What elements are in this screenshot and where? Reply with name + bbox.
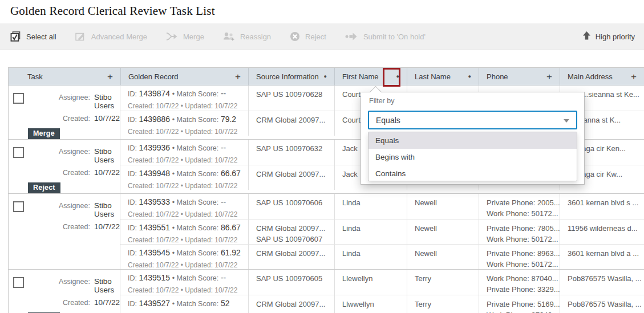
column-label: Golden Record bbox=[128, 72, 178, 81]
title-bar: Golden Record Clerical Review Task List bbox=[0, 0, 644, 23]
match-score-value: -- bbox=[221, 143, 226, 152]
filter-by-label: Filter by bbox=[369, 97, 394, 105]
record-id: 1439551 bbox=[139, 223, 171, 232]
dropdown-option-begins-with[interactable]: Begins with bbox=[368, 149, 577, 165]
golden-record-row[interactable]: ID: 1439527 • Match Score: 52Created: 10… bbox=[120, 295, 644, 313]
created-value: 10/7/22 bbox=[94, 298, 120, 307]
match-score-label: • Match Score: bbox=[172, 90, 219, 98]
column-header-main-address[interactable]: Main Address + bbox=[560, 68, 644, 85]
golden-record-row[interactable]: ID: 1439551 • Match Score: 86.67Created:… bbox=[120, 219, 644, 244]
advanced-merge-button[interactable]: Advanced Merge bbox=[75, 31, 147, 42]
golden-record-row[interactable]: ID: 1439545 • Match Score: 61.92Created:… bbox=[120, 244, 644, 269]
dropdown-option-equals[interactable]: Equals bbox=[368, 132, 577, 149]
filter-dot-icon[interactable]: ● bbox=[468, 74, 471, 79]
submit-on-hold-button[interactable]: Submit to 'On hold' bbox=[345, 31, 426, 42]
id-label: ID: bbox=[128, 274, 137, 282]
phone-line: Work Phone: 50172... bbox=[487, 234, 556, 244]
match-score-value: -- bbox=[221, 89, 226, 98]
add-column-icon[interactable]: + bbox=[107, 72, 113, 82]
first-name-cell: Llewellyn bbox=[334, 270, 407, 295]
match-score-label: • Match Score: bbox=[172, 198, 219, 206]
phone-line: Private Phone: 3329... bbox=[487, 284, 556, 295]
task-checkbox[interactable] bbox=[13, 93, 24, 104]
high-priority-icon bbox=[582, 31, 591, 42]
add-column-icon[interactable]: + bbox=[235, 72, 241, 82]
main-address-cell: Pob876575 Wasilla, ... bbox=[560, 295, 644, 313]
record-id: 1439515 bbox=[139, 273, 171, 282]
filter-operator-select[interactable]: Equals bbox=[368, 111, 577, 129]
match-score-label: • Match Score: bbox=[172, 116, 219, 124]
created-label: Created: bbox=[59, 299, 90, 307]
phone-line: Private Phone: 7805... bbox=[487, 223, 556, 234]
first-name-cell: Linda bbox=[334, 194, 407, 219]
merge-icon bbox=[166, 31, 178, 42]
main-address-cell: 3601 kernan blvd s ... bbox=[560, 194, 644, 219]
page-title: Golden Record Clerical Review Task List bbox=[10, 4, 215, 18]
source-info: SAP US 100970628 bbox=[256, 89, 331, 100]
first-name-cell: Llwwellyn bbox=[334, 295, 407, 313]
source-info: SAP US 100970606 bbox=[256, 197, 331, 208]
id-label: ID: bbox=[128, 198, 137, 206]
created-label: Created: bbox=[59, 169, 90, 177]
record-dates: Created: 10/7/22 • Updated: 10/7/22 bbox=[128, 127, 245, 136]
dropdown-option-contains[interactable]: Contains bbox=[368, 165, 577, 181]
assignee-value: Stibo Users bbox=[94, 147, 120, 164]
last-name-cell: Terry bbox=[407, 295, 479, 313]
phone-line: Work Phone: 87040... bbox=[487, 273, 556, 284]
advanced-merge-label: Advanced Merge bbox=[91, 32, 147, 41]
match-score-value: 86.67 bbox=[221, 223, 241, 232]
task-cell: Assignee:Stibo Users Created:10/7/22 Rej… bbox=[9, 140, 120, 193]
column-label: Phone bbox=[487, 72, 508, 81]
match-score-label: • Match Score: bbox=[172, 300, 219, 308]
column-header-source-information[interactable]: Source Information ● bbox=[248, 68, 334, 85]
phone-line: Private Phone: 8963... bbox=[487, 248, 556, 259]
first-name-cell: Linda bbox=[334, 219, 407, 244]
record-id: 1439874 bbox=[139, 89, 171, 98]
record-id: 1439936 bbox=[139, 143, 171, 152]
merge-label: Merge bbox=[183, 32, 204, 41]
phone-line: Private Phone: 5169... bbox=[487, 299, 556, 310]
id-label: ID: bbox=[128, 90, 137, 98]
reject-button[interactable]: Reject bbox=[290, 31, 326, 42]
column-header-last-name[interactable]: Last Name ● bbox=[407, 68, 479, 85]
source-info: CRM Global 20097... bbox=[256, 169, 331, 180]
golden-record-row[interactable]: ID: 1439533 • Match Score: --Created: 10… bbox=[120, 194, 644, 219]
column-label: Source Information bbox=[256, 72, 319, 81]
column-label: First Name bbox=[342, 72, 379, 81]
high-priority-button[interactable]: High priority bbox=[582, 31, 635, 42]
select-all-button[interactable]: Select all bbox=[10, 31, 56, 42]
task-group: Assignee:Stibo Users Created:10/7/22 ID:… bbox=[9, 194, 644, 270]
column-header-first-name[interactable]: First Name ● bbox=[334, 68, 407, 85]
filter-dot-icon-first-name[interactable]: ● bbox=[396, 74, 399, 79]
column-header-task[interactable]: Task + bbox=[9, 68, 120, 85]
record-id: 1439948 bbox=[139, 169, 171, 178]
record-dates: Created: 10/7/22 • Updated: 10/7/22 bbox=[128, 235, 245, 244]
task-checkbox[interactable] bbox=[13, 201, 24, 212]
created-value: 10/7/22 bbox=[94, 168, 120, 177]
task-checkbox[interactable] bbox=[13, 277, 24, 288]
column-header-golden-record[interactable]: Golden Record + bbox=[120, 68, 248, 85]
record-id: 1439545 bbox=[139, 248, 171, 257]
column-header-phone[interactable]: Phone + bbox=[479, 68, 560, 85]
record-id: 1439527 bbox=[139, 299, 171, 308]
submit-on-hold-label: Submit to 'On hold' bbox=[363, 32, 426, 41]
match-score-label: • Match Score: bbox=[172, 274, 219, 282]
phone-line: Work Phone: 50172... bbox=[487, 208, 556, 219]
task-checkbox[interactable] bbox=[13, 147, 24, 158]
add-column-icon[interactable]: + bbox=[631, 72, 637, 82]
add-column-icon[interactable]: + bbox=[546, 72, 552, 82]
reassign-button[interactable]: Reassign bbox=[223, 32, 271, 42]
match-score-label: • Match Score: bbox=[172, 170, 219, 178]
record-id: 1439533 bbox=[139, 197, 171, 206]
assignee-label: Assignee: bbox=[59, 278, 90, 286]
filter-dot-icon[interactable]: ● bbox=[324, 74, 327, 79]
task-cell: Assignee:Stibo Users Created:10/7/22 bbox=[9, 194, 120, 269]
golden-record-row[interactable]: ID: 1439515 • Match Score: --Created: 10… bbox=[120, 270, 644, 295]
last-name-cell: Newell bbox=[407, 245, 479, 269]
task-cell: Assignee:Stibo Users Created:10/7/22 Mer… bbox=[9, 86, 120, 139]
source-info: SAP US 100970605 bbox=[256, 273, 331, 284]
merge-button[interactable]: Merge bbox=[166, 31, 204, 42]
reject-label: Reject bbox=[305, 32, 326, 41]
source-info: CRM Global 20097... bbox=[256, 223, 331, 234]
created-value: 10/7/22 bbox=[94, 114, 120, 123]
